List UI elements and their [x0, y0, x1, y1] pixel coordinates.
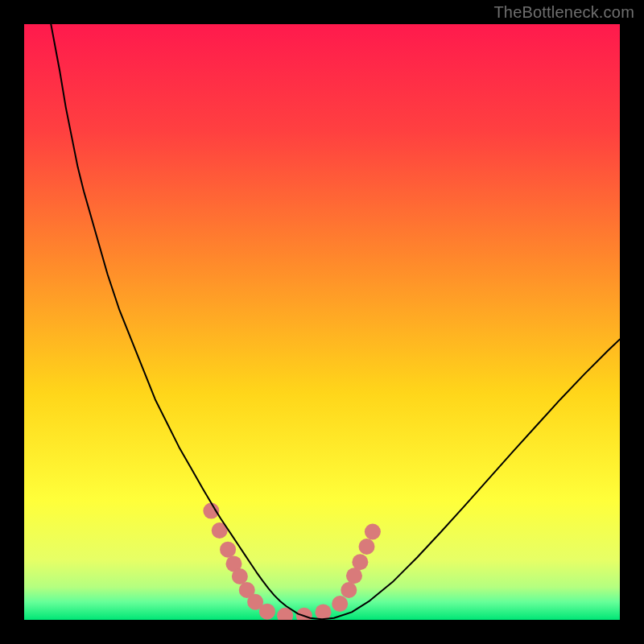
highlight-dot	[259, 604, 275, 620]
chart-frame: TheBottleneck.com	[0, 0, 644, 644]
highlight-dot	[359, 539, 375, 555]
highlight-dot	[315, 604, 331, 620]
watermark-text: TheBottleneck.com	[493, 3, 634, 22]
highlight-dot	[232, 568, 248, 584]
highlight-dot	[365, 523, 381, 539]
highlight-dot	[346, 568, 362, 584]
highlight-dot	[220, 542, 236, 558]
highlight-dot	[341, 582, 357, 598]
gradient-background	[24, 24, 620, 620]
chart-svg	[24, 24, 620, 620]
highlight-dot	[352, 554, 368, 570]
highlight-dot	[332, 596, 348, 612]
plot-area	[24, 24, 620, 620]
